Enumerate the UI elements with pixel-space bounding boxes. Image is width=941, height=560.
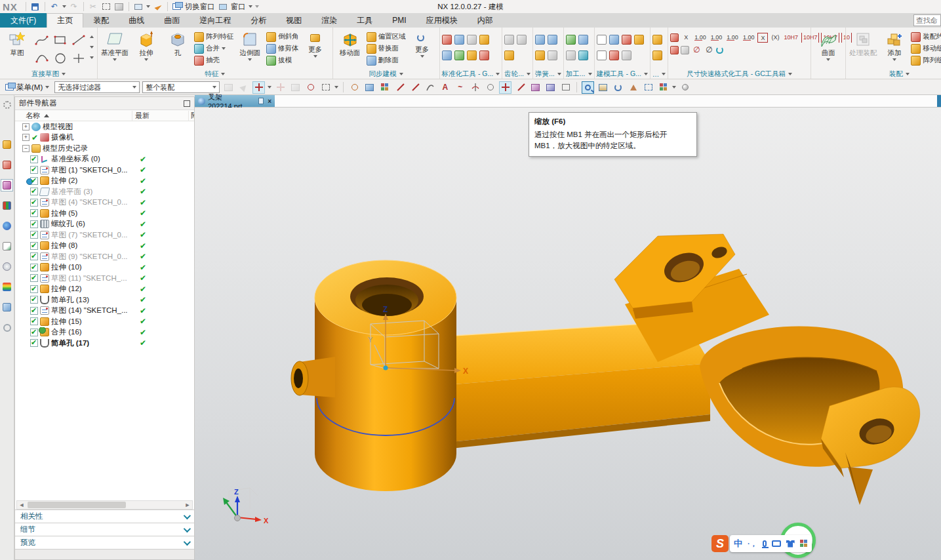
feature-checkbox[interactable]: ✔	[30, 307, 38, 315]
spring-tool-icon-4[interactable]	[548, 50, 557, 60]
gc-chip[interactable]: X	[681, 33, 691, 43]
history-icon[interactable]	[1, 261, 12, 272]
edit-section-icon[interactable]	[642, 81, 654, 94]
std-tool-icon-8[interactable]	[479, 50, 489, 60]
cut-icon[interactable]: ✂	[88, 2, 98, 12]
feature-checkbox[interactable]: ✔	[30, 329, 38, 336]
swap-dim-icon[interactable]	[716, 47, 723, 54]
section-details[interactable]: 细节	[15, 523, 194, 536]
reuse-library-icon[interactable]	[1, 200, 12, 211]
palette-down-icon[interactable]	[90, 46, 94, 49]
tab-render[interactable]: 渲染	[311, 13, 347, 28]
tab-curve[interactable]: 曲线	[119, 13, 154, 28]
group-label-machining[interactable]: 加工...	[566, 69, 592, 79]
hole-button[interactable]: 孔	[163, 29, 193, 58]
spring-tool-icon-1[interactable]	[535, 35, 545, 45]
horizontal-scrollbar[interactable]: ◄ ►	[16, 500, 193, 510]
shell-button[interactable]: 抽壳	[194, 55, 233, 66]
tab-reverse-engineering[interactable]: 逆向工程	[190, 13, 241, 28]
tab-view[interactable]: 视图	[276, 13, 311, 28]
tree-row-feature[interactable]: ✔拉伸 (5) ✔	[15, 208, 194, 219]
edge-blend-button[interactable]: 边倒圆	[235, 29, 265, 61]
feature-checkbox[interactable]: ✔	[30, 285, 38, 293]
model-boss-cylinder[interactable]	[291, 260, 456, 491]
tree-row-cameras[interactable]: +✔摄像机	[15, 132, 194, 144]
circle-tool-icon[interactable]	[52, 50, 69, 67]
feature-checkbox[interactable]: ✔	[30, 220, 38, 228]
sketch-button[interactable]: 草图	[2, 29, 32, 58]
drag-point-icon[interactable]	[274, 81, 287, 94]
feature-checkbox[interactable]: ✔	[30, 339, 38, 347]
snap-grid-icon[interactable]	[544, 81, 557, 94]
tree-row-feature[interactable]: ✔草图 (11) "SKETCH_... ✔	[15, 273, 194, 284]
section-preview[interactable]: 预览	[15, 536, 194, 549]
window-dropdown-icon[interactable]	[249, 5, 252, 8]
ime-mic-icon[interactable]	[763, 540, 767, 547]
tab-application-modules[interactable]: 应用模块	[416, 13, 468, 28]
marquee-select-icon[interactable]	[319, 81, 332, 94]
add-component-button[interactable]: 添加	[879, 29, 910, 61]
pattern-component-button[interactable]: 阵列组件	[911, 55, 941, 66]
machining-tool-icon-4[interactable]	[578, 50, 588, 60]
slant-dim-icon[interactable]	[670, 46, 679, 54]
point-tool-icon[interactable]	[70, 50, 87, 67]
gc-chip[interactable]: 1.00	[742, 33, 756, 43]
expand-toggle[interactable]: +	[22, 134, 30, 141]
roles-gear-icon[interactable]	[1, 99, 12, 110]
feature-checkbox[interactable]: ✔	[30, 155, 38, 163]
surface-button[interactable]: 曲面	[813, 29, 843, 61]
dim-edit-icon[interactable]	[670, 33, 679, 42]
feature-more-button[interactable]: 更多	[300, 29, 330, 58]
draft-button[interactable]: 拔模	[266, 55, 299, 66]
move-face-button[interactable]: 移动面	[335, 29, 365, 58]
column-latest[interactable]: 最新	[132, 111, 188, 121]
tree-row-feature[interactable]: ✔拉伸 (12) ✔	[15, 284, 194, 295]
feature-checkbox[interactable]: ✔	[30, 166, 38, 174]
tab-internal[interactable]: 内部	[468, 13, 503, 28]
snap-spline-icon[interactable]: ~	[454, 81, 466, 94]
paste-icon[interactable]	[114, 2, 125, 12]
tree-row-feature[interactable]: ✔基准平面 (3) ✔	[15, 186, 194, 197]
tree-row-feature[interactable]: ✔简单孔 (17) ✔	[15, 338, 194, 349]
machining-tool-icon-2[interactable]	[566, 50, 576, 60]
column-extra[interactable]: 附	[188, 111, 194, 121]
unite-button[interactable]: 合并	[194, 43, 233, 54]
ime-toolbox-icon[interactable]	[800, 540, 808, 548]
selection-scope-dropdown[interactable]: 整个装配	[142, 81, 220, 93]
ime-keyboard-icon[interactable]	[772, 540, 781, 547]
modeling-tool-icon-7[interactable]	[634, 35, 644, 45]
undo-icon[interactable]: ↶	[49, 2, 60, 12]
gc-chip[interactable]: X	[757, 33, 768, 43]
feature-checkbox[interactable]: ✔	[30, 209, 38, 217]
std-tool-icon-4[interactable]	[454, 50, 464, 60]
std-tool-icon-2[interactable]	[442, 50, 452, 60]
web-browser-icon[interactable]	[1, 220, 12, 231]
feature-checkbox[interactable]: ✔	[30, 264, 38, 271]
perspective-icon[interactable]	[627, 81, 639, 94]
snap-spline-pole-icon[interactable]: A	[439, 81, 451, 94]
snap-face-icon[interactable]	[529, 81, 542, 94]
modeling-tool-icon-6[interactable]	[622, 50, 631, 60]
scroll-left-icon[interactable]: ◄	[17, 501, 26, 509]
group-label-gc-dimension-tools[interactable]: 尺寸快速格式化工具 - GC工具箱	[670, 69, 809, 79]
spring-tool-icon-2[interactable]	[535, 50, 545, 60]
modeling-tool-icon-3[interactable]	[609, 35, 619, 45]
undo-dropdown-icon[interactable]	[62, 5, 66, 8]
group-label-misc[interactable]: …	[652, 69, 666, 79]
part-tab[interactable]: 叉架202214.prt ×	[195, 95, 275, 107]
misc-tool-icon-2[interactable]	[652, 50, 662, 60]
snap-line2-icon[interactable]	[409, 81, 421, 94]
part-navigator-icon[interactable]	[1, 180, 12, 191]
modeling-tool-icon-2[interactable]	[597, 50, 607, 60]
feature-checkbox[interactable]: ✔	[30, 231, 38, 239]
feature-checkbox[interactable]: ✔	[30, 296, 38, 304]
group-label-standardization-tools[interactable]: 标准化工具 - G...	[442, 69, 500, 79]
menu-button[interactable]: 菜单(M)	[3, 83, 52, 92]
move-component-button[interactable]: 移动组件	[911, 43, 941, 54]
replace-face-button[interactable]: 替换面	[367, 43, 406, 54]
pan-icon[interactable]	[597, 81, 609, 94]
close-tab-icon[interactable]: ×	[268, 98, 271, 105]
shaded-view-icon[interactable]	[348, 81, 361, 94]
std-tool-icon-3[interactable]	[454, 35, 464, 45]
process-studio-icon[interactable]	[1, 281, 12, 292]
